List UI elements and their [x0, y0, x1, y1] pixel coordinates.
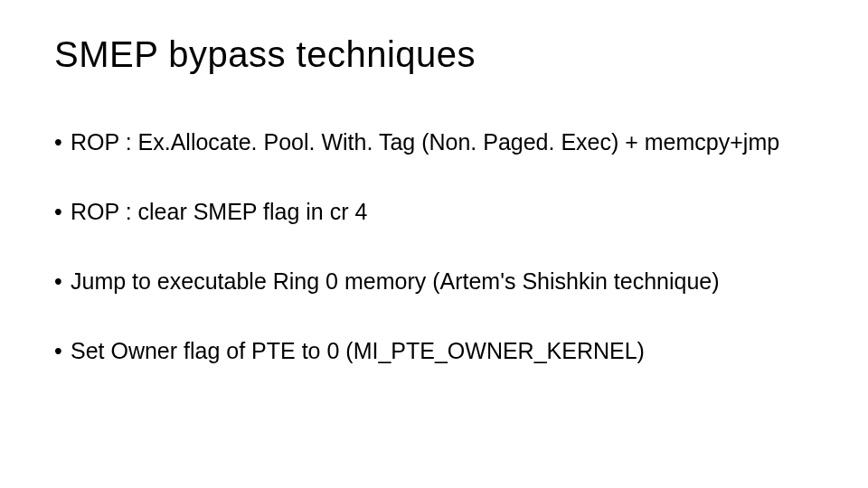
bullet-list: ROP : Ex.Allocate. Pool. With. Tag (Non.…	[54, 129, 814, 364]
list-item: ROP : Ex.Allocate. Pool. With. Tag (Non.…	[54, 129, 814, 155]
list-item: Set Owner flag of PTE to 0 (MI_PTE_OWNER…	[54, 338, 814, 364]
slide-title: SMEP bypass techniques	[54, 34, 814, 75]
slide-container: SMEP bypass techniques ROP : Ex.Allocate…	[0, 0, 868, 444]
list-item: Jump to executable Ring 0 memory (Artem'…	[54, 268, 814, 295]
list-item: ROP : clear SMEP flag in cr 4	[54, 199, 814, 225]
